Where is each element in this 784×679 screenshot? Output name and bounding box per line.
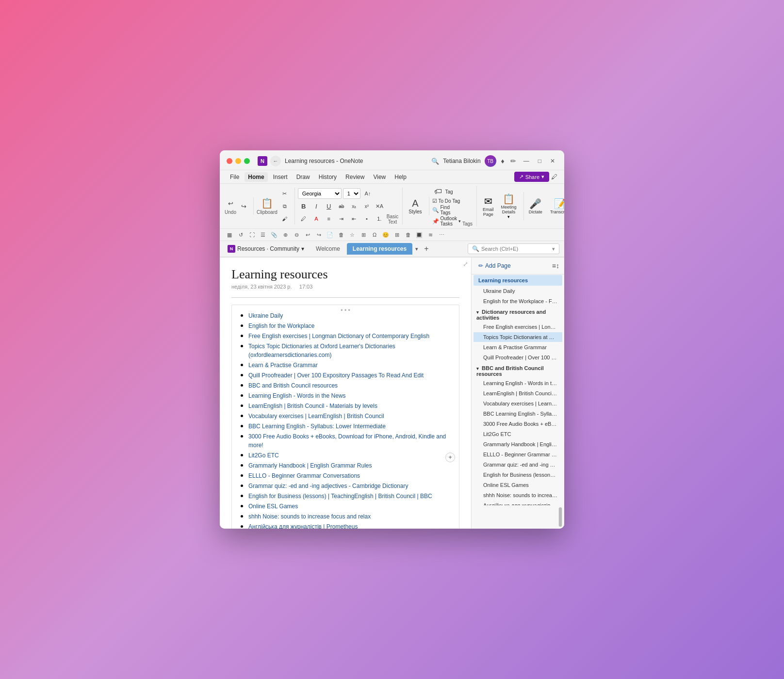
panel-item-learnenglish[interactable]: LearnEnglish | British Council - ... <box>474 388 562 398</box>
search-chevron-icon[interactable]: ▾ <box>552 246 555 252</box>
pen-icon[interactable]: ✏ <box>509 156 517 166</box>
link-topics-oxford[interactable]: Topics Topic Dictionaries at Oxford Lear… <box>248 343 395 358</box>
email-page-button[interactable]: ✉ Email Page <box>480 194 497 218</box>
panel-item-words-news[interactable]: Learning English - Words in the... <box>474 378 562 388</box>
share-button[interactable]: ↗ Share ▾ <box>514 172 549 182</box>
scrollbar-track[interactable] <box>558 507 562 527</box>
redo-button[interactable]: ↪ <box>238 200 249 212</box>
panel-section-title[interactable]: Learning resources <box>474 275 562 286</box>
align-button[interactable]: ≡ <box>323 213 335 225</box>
expand-button[interactable]: ⤢ <box>463 260 468 268</box>
pen-menu-icon[interactable]: 🖊 <box>551 173 557 180</box>
panel-item-esl-games[interactable]: Online ESL Games <box>474 480 562 490</box>
panel-item-grammar-quiz[interactable]: Grammar quiz: -ed and -ing adjec... <box>474 460 562 469</box>
font-size-selector[interactable]: 12 <box>343 188 360 199</box>
strikethrough-button[interactable]: ab <box>336 200 347 212</box>
t2-btn-8[interactable]: ↩ <box>303 230 312 240</box>
add-page-button[interactable]: ✏ Add Page <box>476 261 513 270</box>
minimize-win-button[interactable]: — <box>521 157 532 165</box>
grow-font-button[interactable]: A↑ <box>362 188 374 199</box>
superscript-button[interactable]: x² <box>361 200 373 212</box>
tab-learning-resources[interactable]: Learning resources <box>347 243 412 255</box>
t2-btn-12[interactable]: ☆ <box>347 230 357 240</box>
t2-btn-19[interactable]: ≋ <box>425 230 435 240</box>
panel-item-prometheus[interactable]: Англійська для журналістів | Pro... <box>474 501 562 505</box>
font-color-button[interactable]: A <box>310 213 322 225</box>
numbering-button[interactable]: 1. <box>374 213 385 225</box>
panel-item-bbc-syllabus[interactable]: BBC Learning English - Syllabus... <box>474 409 562 419</box>
search-input[interactable] <box>481 246 548 252</box>
add-row-button[interactable]: + <box>445 453 455 462</box>
close-win-button[interactable]: ✕ <box>548 157 557 165</box>
link-esl-games[interactable]: Online ESL Games <box>248 503 298 510</box>
styles-button[interactable]: A Styles <box>406 197 425 215</box>
link-learnenglish[interactable]: LearnEnglish | British Council - Materia… <box>248 403 377 409</box>
panel-item-biz-english[interactable]: English for Business (lessons) | Te... <box>474 470 562 480</box>
transcribe-button[interactable]: 📝 Transcribe <box>548 197 564 215</box>
panel-item-audiobooks[interactable]: 3000 Free Audio Books + eBooks... <box>474 419 562 429</box>
title-search-icon[interactable]: 🔍 <box>431 158 439 165</box>
t2-btn-3[interactable]: ⛶ <box>247 230 257 240</box>
indent-button[interactable]: ⇥ <box>336 213 347 225</box>
panel-item-learn-grammar[interactable]: Learn & Practise Grammar <box>474 342 562 352</box>
link-quill[interactable]: Quill Proofreader | Over 100 Expository … <box>248 372 424 379</box>
clear-format-button[interactable]: ✕A <box>374 200 385 212</box>
bullets-button[interactable]: • <box>361 213 373 225</box>
format-painter-button[interactable]: 🖌 <box>279 213 291 225</box>
t2-btn-11[interactable]: 🗑 <box>336 230 346 240</box>
menu-file[interactable]: File <box>227 172 243 182</box>
subscript-button[interactable]: x₂ <box>348 200 360 212</box>
menu-draw[interactable]: Draw <box>293 172 313 182</box>
t2-btn-9[interactable]: ↪ <box>314 230 324 240</box>
italic-button[interactable]: I <box>310 200 322 212</box>
back-button[interactable]: ← <box>270 156 281 166</box>
copy-button[interactable]: ⧉ <box>279 200 291 212</box>
t2-btn-2[interactable]: ↺ <box>236 230 245 240</box>
panel-item-ukraine-daily[interactable]: Ukraine Daily <box>474 286 562 296</box>
highlight-button[interactable]: 🖊 <box>298 213 310 225</box>
underline-button[interactable]: U <box>323 200 335 212</box>
menu-history[interactable]: History <box>315 172 340 182</box>
sort-icon[interactable]: ≡↕ <box>552 262 559 270</box>
t2-btn-5[interactable]: 📎 <box>269 230 279 240</box>
cut-button[interactable]: ✂ <box>279 188 291 199</box>
t2-more-button[interactable]: ⋯ <box>437 230 446 240</box>
panel-item-grammarly[interactable]: Grammarly Handbook | English Gr... <box>474 439 562 449</box>
content-box-handle[interactable]: • • • <box>341 307 350 314</box>
t2-btn-13[interactable]: ⊞ <box>359 230 368 240</box>
link-bbc-syllabus[interactable]: BBC Learning English - Syllabus: Lower I… <box>248 423 386 430</box>
undo-button[interactable]: ↩ <box>225 197 236 209</box>
paste-button[interactable]: 📋 <box>261 197 273 209</box>
link-lit2go[interactable]: Lit2Go ETC <box>248 452 279 459</box>
panel-item-quill[interactable]: Quill Proofreader | Over 100 Expo... <box>474 353 562 362</box>
panel-item-topics-oxford[interactable]: Topics Topic Dictionaries at Oxf... <box>474 332 562 342</box>
t2-btn-1[interactable]: ▦ <box>225 230 234 240</box>
link-words-news[interactable]: Learning English - Words in the News <box>248 392 346 399</box>
link-learn-grammar[interactable]: Learn & Practise Grammar <box>248 362 318 369</box>
link-biz-english[interactable]: English for Business (lessons) | Teachin… <box>248 493 432 500</box>
t2-btn-18[interactable]: 🔳 <box>414 230 424 240</box>
maximize-button[interactable] <box>244 158 250 164</box>
link-ukraine-daily[interactable]: Ukraine Daily <box>248 312 283 319</box>
menu-insert[interactable]: Insert <box>270 172 291 182</box>
panel-item-shhh[interactable]: shhh Noise: sounds to increase fo... <box>474 490 562 500</box>
menu-help[interactable]: Help <box>391 172 410 182</box>
panel-item-longman[interactable]: Free English exercises | Longma... <box>474 322 562 332</box>
link-free-exercises[interactable]: Free English exercises | Longman Diction… <box>248 333 429 340</box>
t2-btn-14[interactable]: Ω <box>370 230 379 240</box>
panel-item-vocab[interactable]: Vocabulary exercises | LearnEn... <box>474 399 562 408</box>
tab-dropdown-icon[interactable]: ▾ <box>413 244 420 254</box>
t2-btn-7[interactable]: ⊖ <box>292 230 301 240</box>
menu-review[interactable]: Review <box>342 172 368 182</box>
restore-win-button[interactable]: □ <box>536 157 544 165</box>
link-vocab[interactable]: Vocabulary exercises | LearnEnglish | Br… <box>248 413 384 420</box>
notebook-selector[interactable]: N Resources · Community ▾ <box>225 243 307 254</box>
panel-item-lit2go[interactable]: Lit2Go ETC <box>474 429 562 439</box>
link-bbc[interactable]: BBC and British Council resources <box>248 382 338 389</box>
panel-item-elllo[interactable]: ELLLO - Beginner Grammar Conv... <box>474 450 562 459</box>
tag-button[interactable]: 🏷 <box>432 186 444 197</box>
t2-btn-10[interactable]: 📄 <box>325 230 335 240</box>
link-grammar-quiz[interactable]: Grammar quiz: -ed and -ing adjectives - … <box>248 483 408 489</box>
panel-section-bbc[interactable]: ▾ BBC and British Council resources <box>472 363 564 378</box>
t2-btn-15[interactable]: 😊 <box>381 230 391 240</box>
